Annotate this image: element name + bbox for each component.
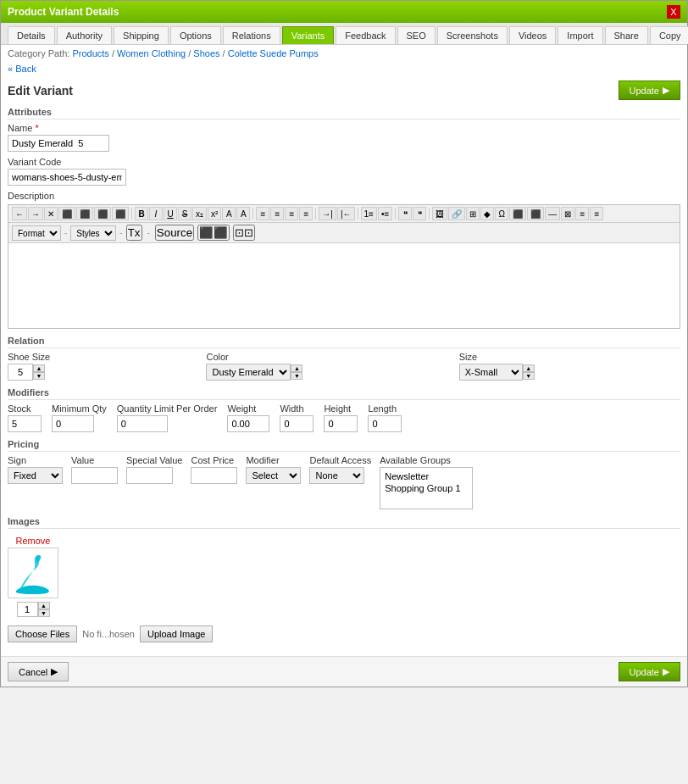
align-justify-button[interactable]: ≡ [299, 207, 313, 220]
update-button-bottom[interactable]: Update ▶ [619, 662, 680, 681]
paste-text-button[interactable]: ⬛ [94, 207, 111, 220]
remove-link[interactable]: Remove [16, 536, 51, 546]
width-input[interactable] [280, 415, 313, 432]
tab-screenshots[interactable]: Screenshots [437, 26, 508, 44]
qty-limit-input[interactable] [117, 415, 168, 432]
image-counter-up[interactable]: ▲ [38, 602, 50, 609]
tab-details[interactable]: Details [8, 26, 55, 44]
default-access-select[interactable]: None [309, 467, 364, 484]
breadcrumb-product[interactable]: Colette Suede Pumps [228, 48, 319, 58]
subscript-button[interactable]: x₂ [192, 207, 207, 220]
editor-body[interactable] [8, 243, 680, 328]
modifier-select[interactable]: Select [246, 467, 301, 484]
shoe-size-input[interactable] [8, 364, 33, 381]
cancel-button[interactable]: Cancel ▶ [8, 662, 69, 681]
strike-button[interactable]: S [178, 207, 191, 220]
shoe-size-up[interactable]: ▲ [33, 364, 45, 372]
min-qty-input[interactable] [52, 415, 94, 432]
tab-seo[interactable]: SEO [397, 26, 436, 44]
tab-shipping[interactable]: Shipping [114, 26, 169, 44]
stock-input[interactable] [8, 415, 42, 432]
back-link[interactable]: « Back [1, 62, 687, 77]
image-counter-input[interactable] [17, 602, 38, 617]
special-value-input[interactable] [126, 467, 173, 484]
toolbar-btn4[interactable]: ≡ [575, 207, 589, 220]
superscript-button[interactable]: x² [208, 207, 221, 220]
maximize-button[interactable]: ⬛⬛ [197, 225, 230, 241]
tab-import[interactable]: Import [558, 26, 602, 44]
name-input[interactable] [8, 135, 109, 152]
tab-feedback[interactable]: Feedback [336, 26, 395, 44]
table-button[interactable]: ⊞ [466, 207, 480, 220]
bold-button[interactable]: B [135, 207, 148, 220]
tab-authority[interactable]: Authority [57, 26, 112, 44]
choose-files-button[interactable]: Choose Files [8, 626, 77, 642]
size-select[interactable]: X-Small [459, 364, 523, 381]
color-up[interactable]: ▲ [291, 364, 302, 372]
relation-grid: Shoe Size ▲ ▼ Color Dusty Emerald ▲ [8, 352, 680, 381]
separator1 [131, 208, 132, 220]
weight-input[interactable] [227, 415, 269, 432]
align-right-button[interactable]: ≡ [285, 207, 298, 220]
toolbar-btn2[interactable]: ⬛ [527, 207, 544, 220]
paste-button[interactable]: ⬛ [76, 207, 93, 220]
link-button[interactable]: 🔗 [448, 207, 465, 220]
length-input[interactable] [368, 415, 402, 432]
ul-button[interactable]: •≡ [378, 207, 392, 220]
blockquote2-button[interactable]: ❝ [413, 207, 426, 220]
copy-button[interactable]: ⬛ [58, 207, 75, 220]
shoe-size-group: Shoe Size ▲ ▼ [8, 352, 196, 381]
format-select[interactable]: Format [12, 225, 61, 241]
show-blocks-button[interactable]: ⊡⊡ [233, 225, 255, 241]
blockquote-button[interactable]: ❝ [398, 207, 412, 220]
cost-price-input[interactable] [191, 467, 237, 484]
size-down[interactable]: ▼ [523, 372, 535, 380]
breadcrumb-products[interactable]: Products [72, 48, 108, 58]
clear-format-button[interactable]: Tx [126, 225, 142, 241]
underline-button[interactable]: U [164, 207, 177, 220]
tab-videos[interactable]: Videos [509, 26, 556, 44]
height-input[interactable] [324, 415, 358, 432]
redo-button[interactable]: → [28, 207, 43, 220]
horizontal-rule-button[interactable]: — [545, 207, 560, 220]
font-color-button[interactable]: A [222, 207, 236, 220]
value-input[interactable] [71, 467, 118, 484]
bg-color-button[interactable]: A [236, 207, 250, 220]
tab-options[interactable]: Options [170, 26, 221, 44]
italic-button[interactable]: I [149, 207, 163, 220]
color-down[interactable]: ▼ [291, 372, 302, 380]
shoe-size-down[interactable]: ▼ [33, 372, 45, 380]
align-center-button[interactable]: ≡ [270, 207, 284, 220]
sign-select[interactable]: Fixed [8, 467, 63, 484]
undo-button[interactable]: ← [12, 207, 27, 220]
tab-variants[interactable]: Variants [282, 26, 335, 44]
group-item-shopping[interactable]: Shopping Group 1 [383, 482, 469, 494]
toolbar-btn5[interactable]: ≡ [590, 207, 603, 220]
tab-share[interactable]: Share [605, 26, 648, 44]
update-button-top[interactable]: Update ▶ [619, 81, 680, 100]
cut-button[interactable]: ✕ [44, 207, 58, 220]
color-select[interactable]: Dusty Emerald [206, 364, 291, 381]
breadcrumb-women-clothing[interactable]: Women Clothing [117, 48, 186, 58]
variant-code-input[interactable] [8, 169, 126, 186]
styles-select[interactable]: Styles [70, 225, 116, 241]
source-button[interactable]: Source [155, 225, 194, 241]
flash-button[interactable]: ◆ [480, 207, 494, 220]
ol-button[interactable]: 1≡ [361, 207, 377, 220]
paste-word-button[interactable]: ⬛ [112, 207, 129, 220]
image-button[interactable]: 🖼 [432, 207, 447, 220]
special-char-button[interactable]: Ω [495, 207, 508, 220]
tab-copy[interactable]: Copy [650, 26, 688, 44]
toolbar-btn3[interactable]: ⊠ [561, 207, 574, 220]
group-item-newsletter[interactable]: Newsletter [383, 470, 469, 482]
image-counter-down[interactable]: ▼ [38, 609, 50, 617]
outdent-button[interactable]: |← [337, 207, 355, 220]
close-button[interactable]: X [667, 5, 680, 19]
size-up[interactable]: ▲ [523, 364, 535, 372]
indent-button[interactable]: →| [319, 207, 336, 220]
tab-relations[interactable]: Relations [223, 26, 280, 44]
breadcrumb-shoes[interactable]: Shoes [193, 48, 219, 58]
upload-image-button[interactable]: Upload Image [140, 626, 214, 642]
align-left-button[interactable]: ≡ [256, 207, 269, 220]
toolbar-btn1[interactable]: ⬛ [509, 207, 526, 220]
